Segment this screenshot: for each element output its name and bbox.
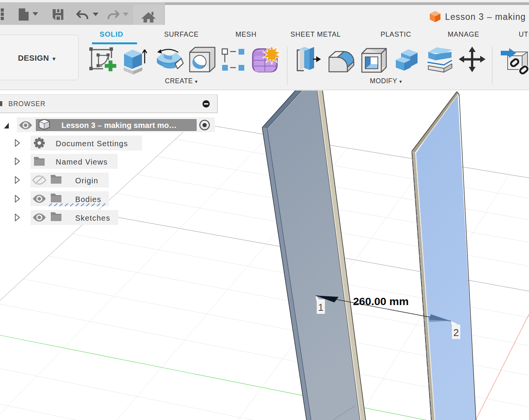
- svg-text:260.00 mm: 260.00 mm: [353, 295, 409, 307]
- svg-text:1: 1: [318, 302, 323, 313]
- svg-text:2: 2: [453, 327, 459, 338]
